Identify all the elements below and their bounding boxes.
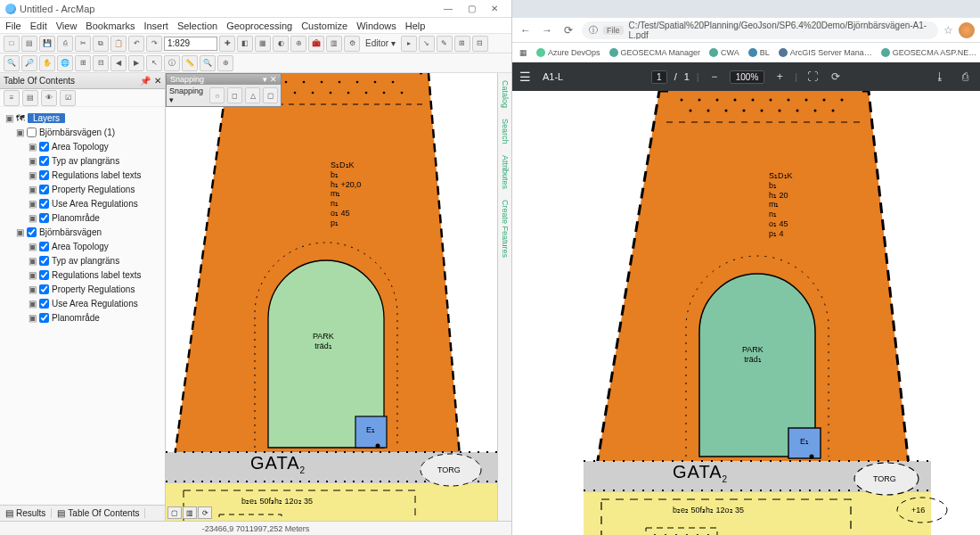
list-by-visibility-icon[interactable]: 👁 xyxy=(41,90,57,106)
undo-button[interactable]: ↶ xyxy=(128,36,144,52)
save-button[interactable]: 💾 xyxy=(39,36,55,52)
editor-tool-icon[interactable]: ⊟ xyxy=(472,36,488,52)
redo-button[interactable]: ↷ xyxy=(146,36,162,52)
list-by-source-icon[interactable]: ▤ xyxy=(22,90,38,106)
layer-label[interactable]: Use Area Regulations xyxy=(52,299,138,309)
layer-label[interactable]: Regulations label texts xyxy=(52,170,142,180)
reload-button[interactable]: ⟳ xyxy=(560,22,576,38)
snap-edge-icon[interactable]: ▢ xyxy=(263,87,278,103)
menu-view[interactable]: View xyxy=(56,21,78,31)
layer-checkbox[interactable] xyxy=(39,142,49,152)
cut-button[interactable]: ✂ xyxy=(75,36,91,52)
layer-checkbox[interactable] xyxy=(39,242,49,251)
open-button[interactable]: ▤ xyxy=(21,36,37,52)
editor-tool-icon[interactable]: ↘ xyxy=(419,36,435,52)
bookmark-item[interactable]: GEOSECMA ASP.NE… xyxy=(881,48,976,57)
bookmark-item[interactable]: ArcGIS Server Mana… xyxy=(779,48,872,57)
group-layer-label[interactable]: Björnbärsvägen (1) xyxy=(39,128,115,137)
layer-label[interactable]: Use Area Regulations xyxy=(52,199,138,209)
twisty-icon[interactable]: ▣ xyxy=(29,170,37,180)
snap-vertex-icon[interactable]: △ xyxy=(245,87,260,103)
layer-checkbox[interactable] xyxy=(39,185,49,194)
editor-tool-icon[interactable]: ▸ xyxy=(401,36,417,52)
menu-windows[interactable]: Windows xyxy=(356,21,396,31)
menu-selection[interactable]: Selection xyxy=(177,21,217,31)
print-button[interactable]: ⎙ xyxy=(57,36,73,52)
twisty-icon[interactable]: ▣ xyxy=(29,270,37,280)
toolbar-icon[interactable]: ▥ xyxy=(326,36,342,52)
layout-view-icon[interactable]: ▥ xyxy=(183,506,197,519)
full-extent-icon[interactable]: 🌐 xyxy=(57,55,73,71)
bookmark-item[interactable]: GEOSECMA Manager xyxy=(609,48,701,57)
forward-button[interactable]: → xyxy=(539,22,555,38)
layer-checkbox[interactable] xyxy=(39,313,49,323)
layer-checkbox[interactable] xyxy=(39,170,49,180)
layer-checkbox[interactable] xyxy=(27,227,37,237)
toc-close-icon[interactable]: ✕ xyxy=(154,76,161,86)
minimize-button[interactable]: — xyxy=(437,1,460,17)
bookmark-item[interactable]: Azure DevOps xyxy=(536,48,600,57)
pdf-page-current[interactable]: 1 xyxy=(651,70,667,84)
toolbar-icon[interactable]: 🧰 xyxy=(308,36,324,52)
select-icon[interactable]: ↖ xyxy=(146,55,162,71)
twisty-icon[interactable]: ▣ xyxy=(16,227,24,237)
tab-create-features[interactable]: Create Features xyxy=(501,196,510,261)
scale-input[interactable]: 1:829 xyxy=(164,37,217,51)
snap-end-icon[interactable]: ◻ xyxy=(227,87,242,103)
menu-edit[interactable]: Edit xyxy=(30,21,47,31)
editor-tool-icon[interactable]: ⊞ xyxy=(454,36,470,52)
back-button[interactable]: ← xyxy=(518,22,534,38)
bookmark-star-icon[interactable]: ☆ xyxy=(943,24,953,37)
menu-file[interactable]: File xyxy=(5,21,21,31)
layer-label[interactable]: Area Topology xyxy=(52,242,109,251)
arcmap-mapview[interactable]: Snapping▾ ✕ Snapping ▾○◻△▢ xyxy=(166,73,511,521)
twisty-icon[interactable]: ▣ xyxy=(29,185,37,194)
twisty-icon[interactable]: ▣ xyxy=(29,156,37,166)
tab-attributes[interactable]: Attributes xyxy=(501,152,510,193)
pdf-rotate-icon[interactable]: ⟳ xyxy=(828,69,844,85)
close-button[interactable]: ✕ xyxy=(483,1,506,17)
toolbar-icon[interactable]: ⚙ xyxy=(344,36,360,52)
twisty-icon[interactable]: ▣ xyxy=(5,113,13,123)
snapping-menu[interactable]: Snapping ▾ xyxy=(169,86,207,104)
editor-menu[interactable]: Editor ▾ xyxy=(362,38,399,48)
toolbar-icon[interactable]: ◧ xyxy=(237,36,253,52)
tab-results[interactable]: ▤ Results xyxy=(0,508,52,518)
menu-bookmarks[interactable]: Bookmarks xyxy=(86,21,135,31)
fixed-zoom-out-icon[interactable]: ⊟ xyxy=(93,55,109,71)
snapping-toolbar[interactable]: Snapping▾ ✕ Snapping ▾○◻△▢ xyxy=(166,73,282,107)
menu-insert[interactable]: Insert xyxy=(143,21,168,31)
layer-checkbox[interactable] xyxy=(39,156,49,166)
apps-icon[interactable]: ▦ xyxy=(519,48,527,57)
identify-icon[interactable]: ⓘ xyxy=(164,55,180,71)
paste-button[interactable]: 📋 xyxy=(110,36,127,52)
pdf-zoom-level[interactable]: 100% xyxy=(730,70,765,84)
chrome-tabstrip[interactable] xyxy=(512,0,980,18)
toc-tree[interactable]: ▣🗺Layers ▣Björnbärsvägen (1) ▣Area Topol… xyxy=(0,107,165,505)
twisty-icon[interactable]: ▣ xyxy=(29,142,37,152)
pdf-viewport[interactable]: S₁D₁Kb₁h₁ 20m₁n₁o₁ 45p₁ 4 PARKträd₁ E₁ G… xyxy=(512,91,980,535)
tab-search[interactable]: Search xyxy=(501,115,510,148)
tab-table-of-contents[interactable]: ▤ Table Of Contents xyxy=(52,508,145,518)
maximize-button[interactable]: ▢ xyxy=(460,1,483,17)
layer-checkbox[interactable] xyxy=(39,299,49,309)
zoom-in-icon[interactable]: 🔍 xyxy=(4,55,20,71)
menu-customize[interactable]: Customize xyxy=(301,21,347,31)
snap-point-icon[interactable]: ○ xyxy=(209,87,225,103)
twisty-icon[interactable]: ▣ xyxy=(29,299,37,309)
twisty-icon[interactable]: ▣ xyxy=(29,284,37,294)
twisty-icon[interactable]: ▣ xyxy=(29,242,37,251)
snapping-close-icon[interactable]: ▾ ✕ xyxy=(263,75,277,84)
bookmark-item[interactable]: CWA xyxy=(709,48,739,57)
layer-label[interactable]: Property Regulations xyxy=(52,284,135,294)
next-extent-icon[interactable]: ▶ xyxy=(128,55,144,71)
layers-node[interactable]: Layers xyxy=(28,113,65,123)
fixed-zoom-in-icon[interactable]: ⊞ xyxy=(75,55,91,71)
twisty-icon[interactable]: ▣ xyxy=(29,199,37,209)
layer-checkbox[interactable] xyxy=(39,213,49,223)
menu-geoprocessing[interactable]: Geoprocessing xyxy=(226,21,292,31)
data-view-icon[interactable]: ▢ xyxy=(167,506,182,519)
bookmark-item[interactable]: BL xyxy=(748,48,770,57)
info-icon[interactable]: ⓘ xyxy=(589,24,598,37)
toolbar-icon[interactable]: ◐ xyxy=(273,36,289,52)
